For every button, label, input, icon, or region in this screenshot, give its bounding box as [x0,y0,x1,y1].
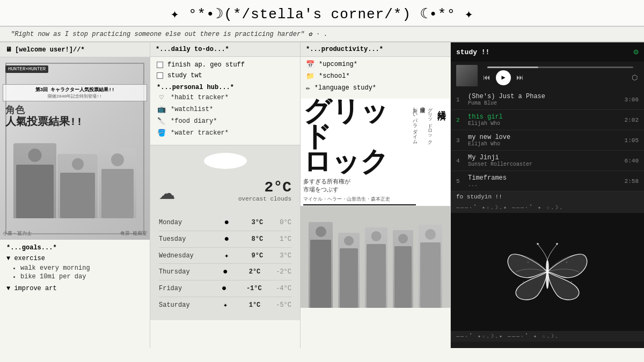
col-productivity: *...productivity...* 📅 *upcoming* 📁 *sch… [301,42,451,348]
track-row-2[interactable]: 2 this girl Elijah Who 2:02 [451,110,644,130]
track-info-5: Timeframes ... [468,174,620,188]
hub-label-water: *water tracker* [171,129,229,137]
hub-label-habit: *habit tracker* [171,94,229,101]
day-saturday: Saturday [159,301,202,309]
svg-point-3 [537,243,539,245]
weather-saturday: Saturday ✦ 1°C -5°C [159,297,291,313]
col1-header-label: [welcome user!]//* [15,46,85,54]
spotify-icon: ⊙ [633,47,639,57]
spotify-controls: ⏮ ▶ ⏭ ⬡ [451,62,644,90]
butterfly-image [499,224,596,320]
track-num-2: 2 [456,117,464,123]
page-title: ✦ °*•☽(*/stella's corner/*) ☾•*° ✦ [11,5,633,23]
track-artist-1: Puma Blue [468,100,620,106]
prev-button[interactable]: ⏮ [483,73,491,82]
personal-hub-title: *...personal hub...* [157,84,294,91]
bucket-icon: 🪣 [157,129,166,137]
next-button[interactable]: ⏭ [516,73,524,82]
track-dur-5: 2:58 [625,178,639,184]
weather-description: overcast clouds [238,196,291,202]
exercise-items: walk every morning bike 10mi per day [6,264,143,280]
checkbox-2[interactable] [157,72,163,79]
track-name-1: (She's) Just a Phase [468,93,620,100]
weather-icon-thu: ● [217,267,233,277]
temp-hi-fri: -1°C [246,285,262,292]
track-dur-2: 2:02 [625,117,639,123]
share-icon[interactable]: ⬡ [632,73,638,82]
list-item: walk every morning [20,264,143,272]
todo-item-2[interactable]: study twt [157,72,294,79]
tv-icon: 📺 [157,105,166,114]
upcoming-label: *upcoming* [319,61,357,68]
weather-monday: Monday ● 3°C 0°C [159,215,291,231]
weather-icon-mon: ● [218,218,235,227]
track-artist-4: Sunset Rollercoaster [468,161,620,167]
progress-fill [487,67,538,68]
hub-watchlist[interactable]: 📺 *watchlist* [157,105,294,114]
exercise-label[interactable]: ▼ exercise [6,255,143,262]
col-music: study !! ⊙ ⏮ ▶ ⏭ [451,42,644,348]
track-row-3[interactable]: 3 my new love Elijah Who 1:05 [451,130,644,151]
temp-lo-wed: 3°C [280,252,291,260]
weather-thursday: Thursday ● 2°C -2°C [159,264,291,280]
track-name-4: My Jinji [468,154,620,161]
todo-item-1[interactable]: finish ap. geo stuff [157,61,294,69]
play-button[interactable]: ▶ [496,70,511,85]
temp-hi-thu: 2°C [249,268,261,276]
goal-art: ▼ improve art [6,285,143,292]
col3-header: *...productivity...* [301,42,450,57]
svg-point-5 [528,262,529,263]
progress-bar[interactable] [487,67,633,68]
deco-bar-bottom: ——·˚ ✦☆.☽.✦ ———·˚ ✦ ☆.☽. [451,331,644,342]
weather-tuesday: Tuesday ● 8°C 1°C [159,231,291,248]
col2-header-label: *...daily to-do...* [156,46,229,53]
track-row-5[interactable]: 5 Timeframes ... 2:58 [451,171,644,191]
svg-point-4 [556,243,558,245]
hub-water-tracker[interactable]: 🪣 *water tracker* [157,129,294,137]
weather-widget: ☁ 2°C overcast clouds Monday ● 3°C 0°C T… [150,145,300,320]
link-school[interactable]: 📁 *school* [306,72,445,80]
study-label: fo studyin !! [451,191,644,202]
deco-bar-top: ———·˚ ✦☆.☽.✦ ———·˚ ✦ ☆.☽. [451,202,644,213]
track-name-2: this girl [468,113,620,121]
temp-lo-thu: -2°C [276,268,291,276]
track-dur-3: 1:05 [625,137,639,144]
weather-temp-info: 2°C overcast clouds [238,179,291,202]
track-num-5: 5 [456,178,464,184]
weather-icon-fri: ● [216,284,232,293]
player-controls: ⏮ ▶ ⏭ ⬡ [482,67,639,85]
track-row-4[interactable]: 4 My Jinji Sunset Rollercoaster 6:40 [451,151,644,171]
manga-vote-box: 第3回 キャラクター人気投票結果!! 開催2040年記念特別登場!! [3,84,147,101]
language-label: *language study* [314,84,376,92]
calendar-icon: 📅 [306,60,314,69]
goal-exercise: ▼ exercise walk every morning bike 10mi … [6,255,143,280]
productivity-links: 📅 *upcoming* 📁 *school* ✏ *language stud… [301,57,450,99]
track-name-3: my new love [468,134,620,141]
temp-hi-mon: 3°C [252,219,264,226]
track-row-1[interactable]: 1 (She's) Just a Phase Puma Blue 3:06 [451,90,644,110]
link-language[interactable]: ✏ *language study* [306,84,445,92]
track-num-4: 4 [456,158,464,164]
weather-icon-sat: ✦ [217,300,233,309]
heart-icon: ♡ [157,93,166,102]
school-label: *school* [319,72,350,80]
track-num-1: 1 [456,97,464,103]
todo-section: finish ap. geo stuff study twt *...perso… [150,57,300,145]
weather-main: ☁ 2°C overcast clouds [159,174,291,207]
hub-habit-tracker[interactable]: ♡ *habit tracker* [157,93,294,102]
art-label[interactable]: ▼ improve art [6,285,143,292]
link-upcoming[interactable]: 📅 *upcoming* [306,60,445,69]
manga-image: HUNTER×HUNTER 第3回 キャラクター人気投票結果!! 開催2040年… [0,57,150,240]
col-welcome: 🖥 [welcome user!]//* HUNTER×HUNTER 第3回 キ… [0,42,150,348]
svg-point-7 [523,281,524,282]
weather-icon-tue: ● [218,234,235,244]
track-artist-3: Elijah Who [468,141,620,147]
temp-hi-sat: 1°C [249,301,261,309]
hub-food-diary[interactable]: 🔪 *food diary* [157,117,294,125]
goals-title: *...goals...* [6,244,143,252]
checkbox-1[interactable] [157,62,163,68]
knife-icon: 🔪 [157,117,166,125]
weather-friday: Friday ● -1°C -4°C [159,280,291,297]
quote-bar: "Right now as I stop practicing someone … [0,26,644,42]
track-name-5: Timeframes [468,174,620,182]
